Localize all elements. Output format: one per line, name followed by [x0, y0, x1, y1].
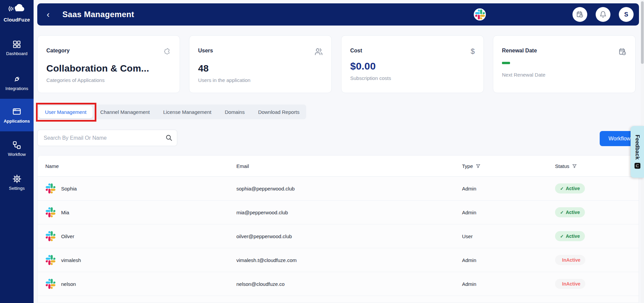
table-row[interactable]: Mia mia@pepperwood.club Admin ✓Active — [38, 201, 639, 224]
cloudfuze-logo-text: CloudFuze — [0, 17, 34, 23]
back-button[interactable]: ‹ — [47, 10, 50, 19]
page-title: Saas Management — [62, 10, 134, 19]
user-name: nelson — [61, 281, 76, 287]
users-icon — [315, 48, 323, 58]
slack-icon — [45, 207, 55, 217]
calendar-clock-icon — [576, 11, 584, 18]
user-type: Admin — [462, 210, 555, 215]
sidebar-item-applications[interactable]: Applications — [0, 99, 34, 131]
smiley-icon — [634, 163, 641, 169]
user-email: sophia@pepperwood.club — [236, 186, 462, 191]
card-label: Cost — [350, 48, 362, 54]
card-value: 48 — [198, 63, 323, 74]
tab-user-management[interactable]: User Management — [39, 106, 93, 118]
category-card: Category Collaboration & Com... Categori… — [37, 35, 180, 93]
card-label: Users — [198, 48, 213, 54]
users-card: Users 48 Users in the application — [189, 35, 332, 93]
search-icon[interactable] — [165, 134, 173, 143]
gear-icon — [12, 174, 21, 183]
user-type: Admin — [462, 257, 555, 263]
avatar-initial: S — [624, 11, 628, 18]
renewal-dash-value — [502, 62, 510, 64]
card-value: Collaboration & Com... — [46, 63, 171, 74]
filter-funnel-icon[interactable] — [572, 164, 577, 168]
calendar-clock-icon — [618, 48, 627, 58]
slack-icon — [475, 9, 485, 19]
status-badge: ✓Active — [555, 231, 585, 241]
card-label: Category — [46, 48, 70, 54]
filter-funnel-icon[interactable] — [476, 164, 480, 168]
user-name: vimalesh — [61, 257, 81, 263]
management-tabs: User Management Channel Management Licen… — [37, 104, 306, 119]
user-email: nelson@cloudfuze.co — [236, 281, 462, 287]
check-icon: ✓ — [560, 186, 564, 191]
sidebar-item-integrations[interactable]: Integrations — [0, 73, 34, 93]
user-avatar[interactable]: S — [619, 7, 634, 22]
user-email: vimalesh.t@cloudfuze.com — [236, 257, 462, 263]
column-header-name: Name — [45, 163, 236, 169]
renewal-date-card: Renewal Date Next Renewal Date — [493, 35, 636, 93]
table-row[interactable]: Oilver oilver@pepperwood.club User ✓Acti… — [38, 224, 639, 248]
feedback-tab[interactable]: Feedback — [631, 126, 644, 178]
user-name: Mia — [61, 210, 69, 215]
cloudfuze-logo[interactable]: CloudFuze — [0, 3, 34, 23]
card-subtext: Users in the application — [198, 77, 323, 83]
status-badge: ✓Active — [555, 207, 585, 217]
top-header-bar: ‹ Saas Management S — [37, 3, 639, 26]
user-name: Sophia — [61, 186, 77, 191]
card-subtext: Subscription costs — [350, 75, 475, 81]
sidebar: CloudFuze Dashboard Integrations — [0, 0, 34, 303]
user-type: Admin — [462, 186, 555, 191]
column-header-type: Type — [462, 163, 555, 169]
plug-icon — [12, 75, 21, 84]
user-type: User — [462, 233, 555, 239]
feedback-label: Feedback — [634, 135, 640, 160]
column-header-email: Email — [236, 163, 462, 169]
user-email: oilver@pepperwood.club — [236, 233, 462, 239]
sidebar-item-settings[interactable]: Settings — [0, 171, 34, 193]
puzzle-icon — [163, 48, 171, 58]
scrollbar-thumb[interactable] — [641, 1, 644, 64]
user-type: Admin — [462, 281, 555, 287]
slack-app-badge — [474, 8, 486, 20]
tab-channel-management[interactable]: Channel Management — [93, 109, 156, 115]
tab-download-reports[interactable]: Download Reports — [251, 109, 306, 115]
card-value: $0.00 — [350, 60, 475, 72]
cloudfuze-cloud-icon — [7, 3, 27, 15]
slack-icon — [45, 183, 55, 193]
status-badge: ✓Active — [555, 183, 585, 193]
sidebar-item-workflow[interactable]: Workflow — [0, 138, 34, 160]
slack-icon — [45, 279, 55, 289]
check-icon: ✓ — [560, 234, 564, 239]
card-label: Renewal Date — [502, 48, 537, 54]
search-bar — [37, 130, 177, 146]
notifications-button[interactable] — [596, 7, 610, 22]
renewal-calendar-button[interactable] — [572, 7, 587, 22]
table-row[interactable]: vimalesh vimalesh.t@cloudfuze.com Admin … — [38, 248, 639, 272]
table-header-row: Name Email Type Status — [38, 156, 639, 177]
table-row[interactable]: Sophia sophia@pepperwood.club Admin ✓Act… — [38, 177, 639, 201]
header-icon-group: S — [572, 7, 634, 22]
status-badge: InActive — [555, 255, 585, 265]
search-input[interactable] — [37, 130, 177, 146]
slack-icon — [45, 231, 55, 241]
user-table: Name Email Type Status Sophia sophia@pep… — [37, 155, 639, 303]
slack-icon — [45, 255, 55, 265]
table-row[interactable]: nelson nelson@cloudfuze.co Admin InActiv… — [38, 272, 639, 296]
user-email: mia@pepperwood.club — [236, 210, 462, 215]
table-row-partial — [38, 296, 639, 303]
saas-management-page: CloudFuze Dashboard Integrations — [0, 0, 644, 303]
user-name: Oilver — [61, 233, 74, 239]
sidebar-item-label: Dashboard — [6, 51, 28, 56]
tab-license-management[interactable]: License Management — [156, 109, 218, 115]
card-subtext: Categories of Applications — [46, 77, 171, 83]
tab-domains[interactable]: Domains — [218, 109, 251, 115]
sidebar-item-dashboard[interactable]: Dashboard — [0, 38, 34, 58]
sidebar-item-label: Settings — [9, 186, 25, 191]
check-icon: ✓ — [560, 210, 564, 215]
column-header-status: Status — [555, 163, 639, 169]
sidebar-item-label: Integrations — [5, 86, 28, 91]
cost-card: Cost $ $0.00 Subscription costs — [341, 35, 484, 93]
workflow-icon — [12, 141, 21, 149]
sidebar-item-label: Applications — [4, 119, 30, 124]
